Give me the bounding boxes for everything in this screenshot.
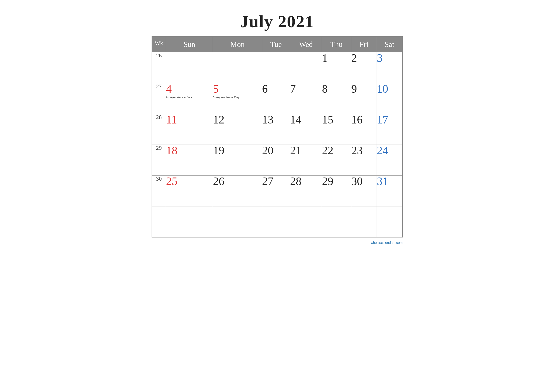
day-number: 16 bbox=[351, 113, 363, 126]
day-number: 21 bbox=[290, 144, 302, 157]
day-number: 15 bbox=[322, 113, 333, 126]
day-cell-w1-d5: 9 bbox=[351, 83, 377, 114]
day-number: 23 bbox=[351, 144, 363, 157]
day-cell-w5-d2 bbox=[262, 206, 290, 237]
header-row: Wk Sun Mon Tue Wed Thu Fri Sat bbox=[152, 36, 402, 52]
calendar-body: 26123274Independence Day5'Independence D… bbox=[152, 52, 402, 237]
week-row-3: 2918192021222324 bbox=[152, 145, 402, 176]
day-cell-w3-d5: 23 bbox=[351, 145, 377, 176]
wk-cell-1: 27 bbox=[152, 83, 166, 114]
day-number: 14 bbox=[290, 113, 302, 126]
day-number: 1 bbox=[322, 52, 328, 64]
day-cell-w4-d6: 31 bbox=[377, 176, 402, 206]
page-wrapper: July 2021 Wk Sun Mon Tue Wed Thu Fri Sat… bbox=[147, 5, 407, 249]
day-cell-w0-d2 bbox=[262, 52, 290, 83]
header-mon: Mon bbox=[213, 36, 262, 52]
day-cell-w3-d2: 20 bbox=[262, 145, 290, 176]
day-cell-w0-d0 bbox=[166, 52, 213, 83]
header-thu: Thu bbox=[322, 36, 351, 52]
day-number: 17 bbox=[377, 113, 388, 126]
wk-header: Wk bbox=[152, 36, 166, 52]
day-number: 30 bbox=[351, 175, 363, 188]
day-cell-w0-d3 bbox=[290, 52, 322, 83]
day-cell-w4-d5: 30 bbox=[351, 176, 377, 206]
day-cell-w2-d1: 12 bbox=[213, 114, 262, 145]
week-row-0: 26123 bbox=[152, 52, 402, 83]
day-cell-w2-d3: 14 bbox=[290, 114, 322, 145]
day-number: 19 bbox=[213, 144, 224, 157]
day-number: 9 bbox=[351, 83, 357, 95]
day-cell-w3-d1: 19 bbox=[213, 145, 262, 176]
day-number: 2 bbox=[351, 52, 357, 64]
day-cell-w2-d0: 11 bbox=[166, 114, 213, 145]
day-cell-w4-d3: 28 bbox=[290, 176, 322, 206]
day-cell-w5-d5 bbox=[351, 206, 377, 237]
day-cell-w0-d4: 1 bbox=[322, 52, 351, 83]
day-number: 6 bbox=[262, 83, 268, 95]
day-cell-w2-d2: 13 bbox=[262, 114, 290, 145]
day-number: 4 bbox=[166, 83, 172, 95]
day-cell-w1-d4: 8 bbox=[322, 83, 351, 114]
day-number: 26 bbox=[213, 175, 224, 188]
header-wed: Wed bbox=[290, 36, 322, 52]
wk-cell-4: 30 bbox=[152, 176, 166, 206]
day-cell-w1-d0: 4Independence Day bbox=[166, 83, 213, 114]
day-number: 28 bbox=[290, 175, 302, 188]
day-number: 18 bbox=[166, 144, 177, 157]
day-number: 25 bbox=[166, 175, 177, 188]
day-number: 7 bbox=[290, 83, 296, 95]
day-number: 27 bbox=[262, 175, 274, 188]
day-cell-w1-d2: 6 bbox=[262, 83, 290, 114]
wk-cell-5 bbox=[152, 206, 166, 237]
day-cell-w5-d3 bbox=[290, 206, 322, 237]
day-cell-w3-d3: 21 bbox=[290, 145, 322, 176]
header-sun: Sun bbox=[166, 36, 213, 52]
day-cell-w3-d0: 18 bbox=[166, 145, 213, 176]
header-sat: Sat bbox=[377, 36, 402, 52]
day-cell-w4-d1: 26 bbox=[213, 176, 262, 206]
day-cell-w1-d3: 7 bbox=[290, 83, 322, 114]
week-row-2: 2811121314151617 bbox=[152, 114, 402, 145]
day-number: 20 bbox=[262, 144, 274, 157]
day-number: 24 bbox=[377, 144, 388, 157]
day-cell-w0-d5: 2 bbox=[351, 52, 377, 83]
watermark: wheniscalendars.com bbox=[152, 241, 403, 245]
day-number: 8 bbox=[322, 83, 328, 95]
watermark-link[interactable]: wheniscalendars.com bbox=[371, 241, 403, 245]
day-cell-w4-d4: 29 bbox=[322, 176, 351, 206]
day-cell-w5-d1 bbox=[213, 206, 262, 237]
holiday-label: 'Independence Day' bbox=[213, 96, 262, 99]
day-cell-w0-d1 bbox=[213, 52, 262, 83]
day-number: 10 bbox=[377, 83, 388, 95]
day-cell-w5-d4 bbox=[322, 206, 351, 237]
week-row-5 bbox=[152, 206, 402, 237]
day-cell-w1-d1: 5'Independence Day' bbox=[213, 83, 262, 114]
day-cell-w2-d6: 17 bbox=[377, 114, 402, 145]
week-row-4: 3025262728293031 bbox=[152, 176, 402, 206]
calendar-table: Wk Sun Mon Tue Wed Thu Fri Sat 26123274I… bbox=[152, 36, 403, 238]
day-cell-w1-d6: 10 bbox=[377, 83, 402, 114]
day-number: 22 bbox=[322, 144, 333, 157]
day-number: 11 bbox=[166, 113, 177, 126]
day-number: 12 bbox=[213, 113, 224, 126]
wk-cell-3: 29 bbox=[152, 145, 166, 176]
wk-cell-0: 26 bbox=[152, 52, 166, 83]
day-cell-w0-d6: 3 bbox=[377, 52, 402, 83]
day-number: 3 bbox=[377, 52, 382, 64]
header-tue: Tue bbox=[262, 36, 290, 52]
day-cell-w4-d2: 27 bbox=[262, 176, 290, 206]
day-cell-w3-d6: 24 bbox=[377, 145, 402, 176]
day-number: 13 bbox=[262, 113, 274, 126]
header-fri: Fri bbox=[351, 36, 377, 52]
day-cell-w5-d0 bbox=[166, 206, 213, 237]
day-cell-w2-d5: 16 bbox=[351, 114, 377, 145]
day-cell-w2-d4: 15 bbox=[322, 114, 351, 145]
holiday-label: Independence Day bbox=[166, 96, 213, 99]
day-number: 31 bbox=[377, 175, 388, 188]
calendar-title: July 2021 bbox=[152, 12, 403, 32]
week-row-1: 274Independence Day5'Independence Day'67… bbox=[152, 83, 402, 114]
day-cell-w4-d0: 25 bbox=[166, 176, 213, 206]
day-cell-w5-d6 bbox=[377, 206, 402, 237]
day-number: 5 bbox=[213, 83, 219, 95]
day-cell-w3-d4: 22 bbox=[322, 145, 351, 176]
